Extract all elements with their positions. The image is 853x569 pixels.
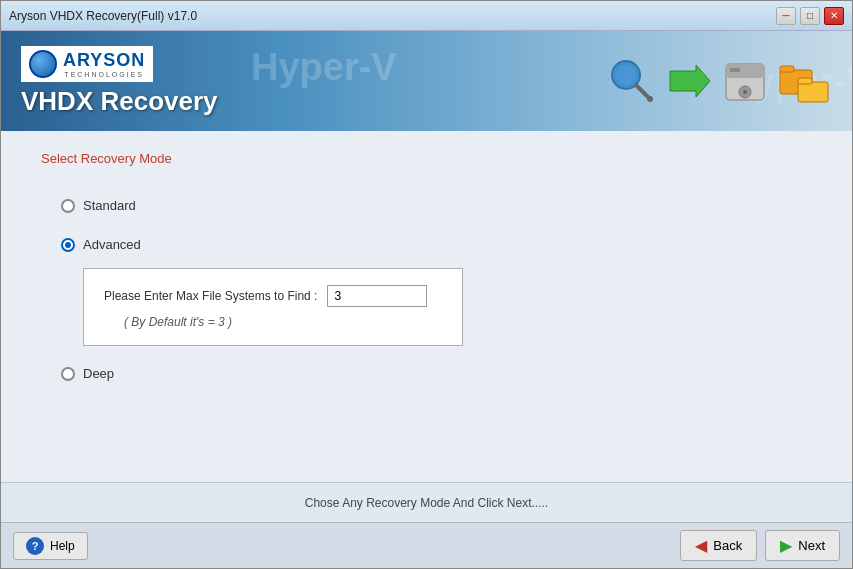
logo-technologies: TECHNOLOGIES: [63, 71, 145, 78]
advanced-input-label: Please Enter Max File Systems to Find :: [104, 289, 317, 303]
radio-advanced-item[interactable]: Advanced: [61, 225, 812, 264]
next-button[interactable]: ▶ Next: [765, 530, 840, 561]
radio-advanced-input[interactable]: [61, 238, 75, 252]
radio-group: Standard Advanced Please Enter Max File …: [41, 186, 812, 393]
radio-standard-label: Standard: [83, 198, 136, 213]
max-filesystems-input[interactable]: [327, 285, 427, 307]
help-label: Help: [50, 539, 75, 553]
nav-buttons: ◀ Back ▶ Next: [680, 530, 840, 561]
globe-icon: [29, 50, 57, 78]
window-title: Aryson VHDX Recovery(Full) v17.0: [9, 9, 197, 23]
svg-rect-12: [798, 82, 828, 102]
window-controls: ─ □ ✕: [776, 7, 844, 25]
radio-standard-item[interactable]: Standard: [61, 186, 812, 225]
magnify-icon: [606, 55, 658, 107]
radio-deep-label: Deep: [83, 366, 114, 381]
folders-icon: [778, 54, 832, 108]
svg-marker-4: [670, 65, 710, 97]
advanced-default-text: ( By Default it's = 3 ): [104, 315, 442, 329]
svg-rect-13: [798, 78, 812, 84]
content-panel: Select Recovery Mode Standard Advanced P…: [1, 131, 852, 482]
main-content: Select Recovery Mode Standard Advanced P…: [1, 131, 852, 568]
header-banner: ARYSON TECHNOLOGIES VHDX Recovery Hyper-…: [1, 31, 852, 131]
radio-deep-input[interactable]: [61, 367, 75, 381]
drive-icon: [722, 54, 768, 108]
status-message: Chose Any Recovery Mode And Click Next..…: [305, 496, 548, 510]
logo-text-block: ARYSON TECHNOLOGIES: [63, 50, 145, 78]
logo-area: ARYSON TECHNOLOGIES VHDX Recovery: [21, 46, 218, 117]
minimize-button[interactable]: ─: [776, 7, 796, 25]
help-icon: ?: [26, 537, 44, 555]
next-label: Next: [798, 538, 825, 553]
svg-point-1: [616, 65, 636, 85]
logo-box: ARYSON TECHNOLOGIES: [21, 46, 153, 82]
back-label: Back: [713, 538, 742, 553]
footer-bar: ? Help ◀ Back ▶ Next: [1, 522, 852, 568]
section-label: Select Recovery Mode: [41, 151, 812, 166]
advanced-input-row: Please Enter Max File Systems to Find :: [104, 285, 442, 307]
arrow-icon: [668, 63, 712, 99]
back-arrow-icon: ◀: [695, 536, 707, 555]
svg-rect-9: [730, 68, 740, 72]
product-title: VHDX Recovery: [21, 86, 218, 117]
svg-rect-11: [780, 66, 794, 72]
back-button[interactable]: ◀ Back: [680, 530, 757, 561]
advanced-panel: Please Enter Max File Systems to Find : …: [83, 268, 463, 346]
radio-advanced-label: Advanced: [83, 237, 141, 252]
status-bar: Chose Any Recovery Mode And Click Next..…: [1, 482, 852, 522]
logo-aryson: ARYSON: [63, 50, 145, 71]
maximize-button[interactable]: □: [800, 7, 820, 25]
svg-point-3: [647, 96, 653, 102]
svg-point-8: [743, 90, 747, 94]
banner-icons: [606, 54, 832, 108]
help-button[interactable]: ? Help: [13, 532, 88, 560]
radio-deep-item[interactable]: Deep: [61, 354, 812, 393]
radio-standard-input[interactable]: [61, 199, 75, 213]
next-arrow-icon: ▶: [780, 536, 792, 555]
banner-bg-text-1: Hyper-V: [251, 46, 397, 89]
close-button[interactable]: ✕: [824, 7, 844, 25]
title-bar: Aryson VHDX Recovery(Full) v17.0 ─ □ ✕: [1, 1, 852, 31]
